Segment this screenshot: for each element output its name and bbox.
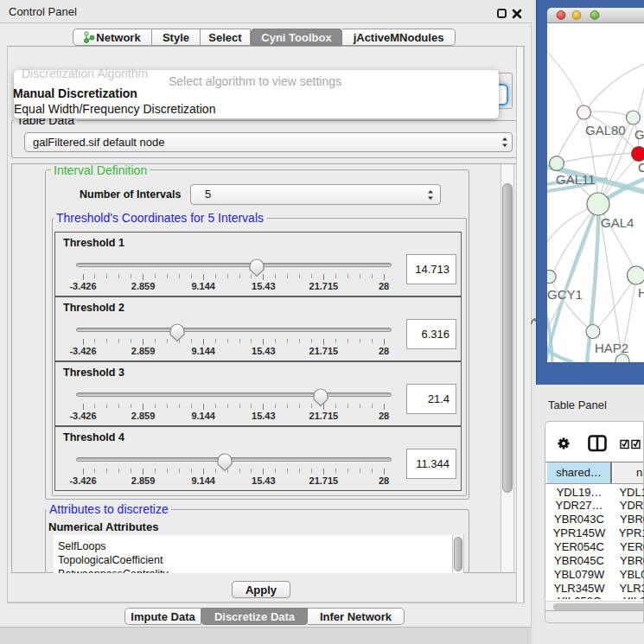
svg-text:GCY1: GCY1: [547, 287, 583, 302]
svg-text:H: H: [638, 285, 644, 300]
svg-text:GAL11: GAL11: [556, 172, 596, 187]
svg-text:GAL80: GAL80: [585, 123, 626, 137]
svg-text:CA: CA: [638, 160, 644, 175]
svg-text:GA: GA: [634, 127, 644, 142]
svg-text:HAP2: HAP2: [595, 341, 628, 355]
svg-text:GAL4: GAL4: [601, 215, 634, 230]
